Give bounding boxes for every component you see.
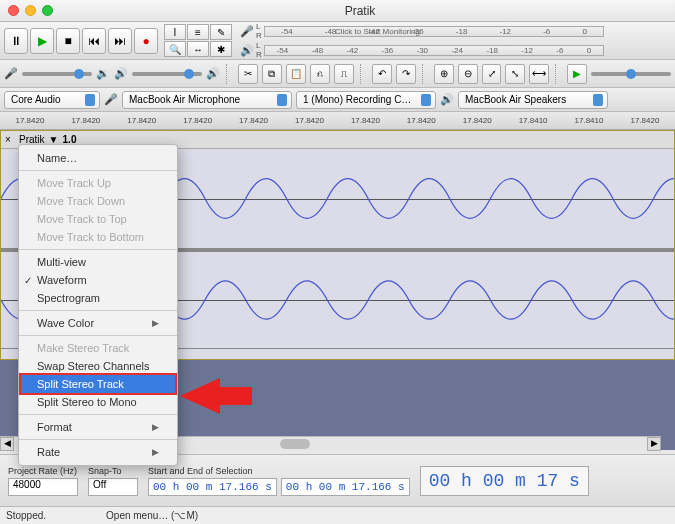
close-window-icon[interactable] — [8, 5, 19, 16]
playback-meter[interactable]: -54 -48 -42 -36 -30 -24 -18 -12 -6 0 — [264, 45, 604, 56]
mic-device-icon: 🎤 — [104, 93, 118, 106]
pause-button[interactable]: ⏸ — [4, 28, 28, 54]
menu-name[interactable]: Name… — [19, 149, 177, 167]
tools-grid: I ≡ ✎ 🔍 ↔ ✱ — [164, 24, 232, 57]
skip-end-button[interactable]: ⏭ — [108, 28, 132, 54]
fit-selection-button[interactable]: ⤢ — [482, 64, 502, 84]
selection-tool[interactable]: I — [164, 24, 186, 40]
menu-wave-color[interactable]: Wave Color▶ — [19, 314, 177, 332]
menu-format[interactable]: Format▶ — [19, 418, 177, 436]
rec-volume-slider[interactable] — [22, 72, 92, 76]
play-vol-icon: 🔊 — [114, 67, 128, 80]
menu-multiview[interactable]: Multi-view — [19, 253, 177, 271]
speaker-icon: 🔊 — [240, 44, 254, 57]
status-bar: Stopped. Open menu… (⌥M) — [0, 506, 675, 524]
rec-channels-dropdown[interactable]: 1 (Mono) Recording C… — [296, 91, 436, 109]
transport-toolbar: ⏸ ▶ ■ ⏮ ⏭ ● I ≡ ✎ 🔍 ↔ ✱ 🎤 L R -54 -48 -4… — [0, 22, 675, 60]
record-meter[interactable]: -54 -48 -42 -36 Click to Start Monitorin… — [264, 26, 604, 37]
skip-start-button[interactable]: ⏮ — [82, 28, 106, 54]
play-at-speed-button[interactable]: ▶ — [567, 64, 587, 84]
menu-split-stereo[interactable]: Split Stereo Track — [19, 373, 177, 395]
fit-project-button[interactable]: ⤡ — [505, 64, 525, 84]
titlebar: Pratik — [0, 0, 675, 22]
playback-speed-slider[interactable] — [591, 72, 671, 76]
zoom-in-button[interactable]: ⊕ — [434, 64, 454, 84]
rec-mic-icon: 🎤 — [4, 67, 18, 80]
chevron-right-icon: ▶ — [152, 422, 159, 432]
scroll-left-button[interactable]: ◀ — [0, 437, 14, 451]
track-context-menu: Name… Move Track Up Move Track Down Move… — [18, 144, 178, 466]
zoom-toggle-button[interactable]: ⟷ — [529, 64, 549, 84]
mixer-edit-toolbar: 🎤 🔉 🔊 🔊 ✂ ⧉ 📋 ⎌ ⎍ ↶ ↷ ⊕ ⊖ ⤢ ⤡ ⟷ ▶ — [0, 60, 675, 88]
paste-button[interactable]: 📋 — [286, 64, 306, 84]
status-hint: Open menu… (⌥M) — [106, 510, 198, 521]
device-toolbar: Core Audio 🎤 MacBook Air Microphone 1 (M… — [0, 88, 675, 112]
snap-label: Snap-To — [88, 466, 138, 476]
scroll-right-button[interactable]: ▶ — [647, 437, 661, 451]
trim-button[interactable]: ⎌ — [310, 64, 330, 84]
snap-dropdown[interactable]: Off — [88, 478, 138, 496]
undo-button[interactable]: ↶ — [372, 64, 392, 84]
menu-make-stereo: Make Stereo Track — [19, 339, 177, 357]
meter-click-hint: Click to Start Monitoring — [335, 27, 420, 36]
timeline-ruler[interactable]: 17.8420 17.8420 17.8420 17.8420 17.8420 … — [0, 112, 675, 130]
rec-vol-icon: 🔉 — [96, 67, 110, 80]
menu-move-up: Move Track Up — [19, 174, 177, 192]
play-device-dropdown[interactable]: MacBook Air Speakers — [458, 91, 608, 109]
mic-icon: 🎤 — [240, 25, 254, 38]
audio-position-display: 00 h 00 m 17 s — [420, 466, 589, 496]
silence-button[interactable]: ⎍ — [334, 64, 354, 84]
project-rate-label: Project Rate (Hz) — [8, 466, 78, 476]
speaker-device-icon: 🔊 — [440, 93, 454, 106]
annotation-arrow — [180, 378, 220, 414]
window-title: Pratik — [53, 4, 667, 18]
selection-start-input[interactable]: 00 h 00 m 17.166 s — [148, 478, 277, 496]
draw-tool[interactable]: ✎ — [210, 24, 232, 40]
selection-end-input[interactable]: 00 h 00 m 17.166 s — [281, 478, 410, 496]
meters: 🎤 L R -54 -48 -42 -36 Click to Start Mon… — [240, 22, 604, 59]
stop-button[interactable]: ■ — [56, 28, 80, 54]
rec-ch-l: L — [256, 22, 262, 31]
menu-spectrogram[interactable]: Spectrogram — [19, 289, 177, 307]
selection-label: Start and End of Selection — [148, 466, 410, 476]
window-controls — [8, 5, 53, 16]
track-close-button[interactable]: × — [1, 134, 15, 145]
redo-button[interactable]: ↷ — [396, 64, 416, 84]
menu-move-top: Move Track to Top — [19, 210, 177, 228]
copy-button[interactable]: ⧉ — [262, 64, 282, 84]
envelope-tool[interactable]: ≡ — [187, 24, 209, 40]
status-state: Stopped. — [6, 510, 46, 521]
record-button[interactable]: ● — [134, 28, 158, 54]
menu-move-bottom: Move Track to Bottom — [19, 228, 177, 246]
menu-waveform[interactable]: Waveform — [19, 271, 177, 289]
scrollbar-thumb[interactable] — [280, 439, 310, 449]
play-ch-r: R — [256, 50, 262, 59]
play-vol-max-icon: 🔊 — [206, 67, 220, 80]
chevron-right-icon: ▶ — [152, 318, 159, 328]
multi-tool[interactable]: ✱ — [210, 41, 232, 57]
play-ch-l: L — [256, 41, 262, 50]
menu-move-down: Move Track Down — [19, 192, 177, 210]
zoom-out-button[interactable]: ⊖ — [458, 64, 478, 84]
play-volume-slider[interactable] — [132, 72, 202, 76]
menu-split-mono[interactable]: Split Stereo to Mono — [19, 393, 177, 411]
project-rate-dropdown[interactable]: 48000 — [8, 478, 78, 496]
audio-host-dropdown[interactable]: Core Audio — [4, 91, 100, 109]
rec-device-dropdown[interactable]: MacBook Air Microphone — [122, 91, 292, 109]
minimize-window-icon[interactable] — [25, 5, 36, 16]
play-button[interactable]: ▶ — [30, 28, 54, 54]
chevron-right-icon: ▶ — [152, 447, 159, 457]
rec-ch-r: R — [256, 31, 262, 40]
zoom-tool[interactable]: 🔍 — [164, 41, 186, 57]
zoom-window-icon[interactable] — [42, 5, 53, 16]
cut-button[interactable]: ✂ — [238, 64, 258, 84]
menu-rate[interactable]: Rate▶ — [19, 443, 177, 461]
timeshift-tool[interactable]: ↔ — [187, 41, 209, 57]
